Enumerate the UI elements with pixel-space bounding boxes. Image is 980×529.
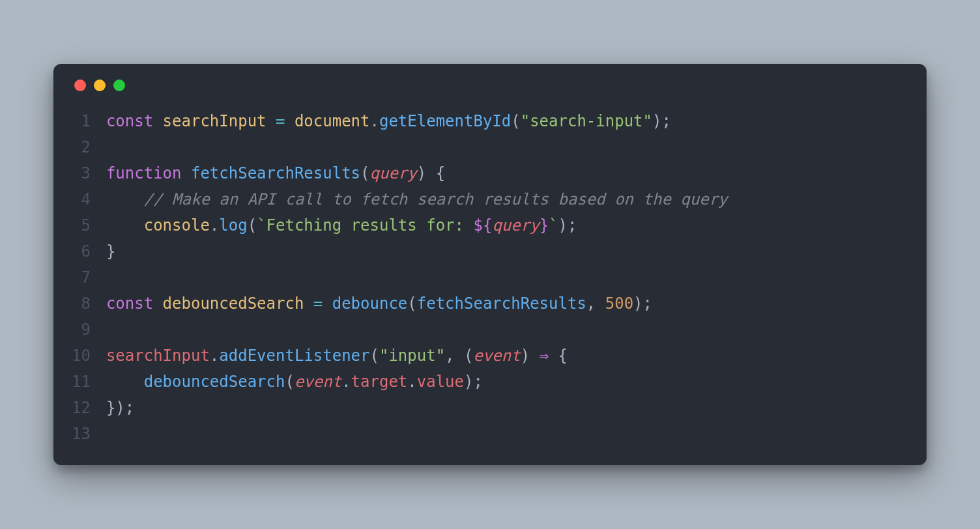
- code-token: =: [313, 294, 332, 313]
- code-token: query: [370, 164, 417, 182]
- code-line[interactable]: });: [106, 395, 908, 421]
- code-token: .: [341, 373, 351, 391]
- code-token: debouncedSearch: [163, 294, 313, 313]
- code-token: value: [417, 373, 464, 391]
- code-token: .: [370, 112, 379, 130]
- code-token: });: [106, 399, 134, 417]
- code-line[interactable]: searchInput.addEventListener("input", (e…: [106, 343, 908, 369]
- line-number: 10: [72, 343, 91, 369]
- code-token: const: [106, 112, 163, 130]
- code-token: }: [540, 216, 549, 235]
- code-token: (: [370, 347, 379, 365]
- line-number: 13: [72, 421, 91, 447]
- line-number: 2: [72, 134, 91, 160]
- code-token: 500: [605, 294, 633, 313]
- code-token: target: [351, 373, 408, 391]
- code-token: );: [633, 294, 652, 313]
- code-token: console: [144, 216, 210, 235]
- code-token: ) {: [417, 164, 445, 182]
- code-token: .: [407, 373, 416, 391]
- code-content[interactable]: const searchInput = document.getElementB…: [106, 108, 908, 447]
- code-token: // Make an API call to fetch search resu…: [144, 190, 728, 208]
- code-token: function: [106, 164, 191, 182]
- code-line[interactable]: [106, 264, 908, 291]
- code-token: "search-input": [521, 112, 652, 130]
- code-token: fetchSearchResults: [191, 164, 360, 182]
- code-token: (: [360, 164, 369, 182]
- code-line[interactable]: console.log(`Fetching results for: ${que…: [106, 212, 908, 238]
- line-number: 1: [72, 108, 91, 134]
- close-window-button[interactable]: [74, 79, 86, 91]
- code-token: ): [521, 347, 540, 365]
- code-token: log: [219, 216, 247, 235]
- code-token: ${: [473, 216, 492, 235]
- code-token: fetchSearchResults: [417, 294, 586, 313]
- code-token: searchInput: [106, 347, 210, 365]
- code-line[interactable]: const debouncedSearch = debounce(fetchSe…: [106, 291, 908, 317]
- code-token: }: [106, 242, 115, 261]
- code-token: const: [106, 294, 163, 313]
- code-line[interactable]: const searchInput = document.getElementB…: [106, 108, 908, 134]
- code-token: );: [464, 373, 483, 391]
- code-token: (: [407, 294, 416, 313]
- code-line[interactable]: [106, 134, 908, 160]
- minimize-window-button[interactable]: [94, 79, 106, 91]
- code-token: [106, 373, 144, 391]
- code-window: 12345678910111213 const searchInput = do…: [53, 64, 927, 465]
- code-editor[interactable]: 12345678910111213 const searchInput = do…: [72, 108, 908, 447]
- code-token: `Fetching results for:: [257, 216, 473, 235]
- code-line[interactable]: [106, 421, 908, 447]
- code-token: ,: [586, 294, 605, 313]
- code-token: (: [248, 216, 257, 235]
- code-token: (: [511, 112, 520, 130]
- code-token: );: [652, 112, 671, 130]
- window-traffic-lights: [74, 79, 908, 91]
- line-number: 5: [72, 212, 91, 238]
- line-number: 11: [72, 369, 91, 395]
- code-token: getElementById: [379, 112, 511, 130]
- code-line[interactable]: }: [106, 238, 908, 264]
- code-token: event: [295, 373, 341, 391]
- line-number-gutter: 12345678910111213: [72, 108, 106, 447]
- line-number: 8: [72, 291, 91, 317]
- code-token: searchInput: [163, 112, 276, 130]
- code-token: {: [549, 347, 568, 365]
- line-number: 7: [72, 264, 91, 291]
- code-token: addEventListener: [219, 347, 369, 365]
- code-token: [106, 216, 144, 235]
- code-token: .: [210, 216, 219, 235]
- code-line[interactable]: debouncedSearch(event.target.value);: [106, 369, 908, 395]
- code-line[interactable]: function fetchSearchResults(query) {: [106, 160, 908, 186]
- code-token: [106, 190, 144, 208]
- code-token: .: [210, 347, 219, 365]
- code-token: document: [295, 112, 370, 130]
- code-token: =: [276, 112, 295, 130]
- line-number: 9: [72, 317, 91, 343]
- code-line[interactable]: // Make an API call to fetch search resu…: [106, 186, 908, 212]
- code-token: );: [558, 216, 577, 235]
- line-number: 4: [72, 186, 91, 212]
- line-number: 3: [72, 160, 91, 186]
- code-token: ⇒: [540, 347, 549, 365]
- code-line[interactable]: [106, 317, 908, 343]
- code-token: "input": [379, 347, 445, 365]
- code-token: debounce: [332, 294, 408, 313]
- line-number: 12: [72, 395, 91, 421]
- maximize-window-button[interactable]: [113, 79, 125, 91]
- code-token: event: [473, 347, 520, 365]
- code-token: debouncedSearch: [144, 373, 285, 391]
- line-number: 6: [72, 238, 91, 264]
- code-token: , (: [445, 347, 473, 365]
- code-token: (: [285, 373, 294, 391]
- code-token: `: [549, 216, 558, 235]
- code-token: query: [492, 216, 539, 235]
